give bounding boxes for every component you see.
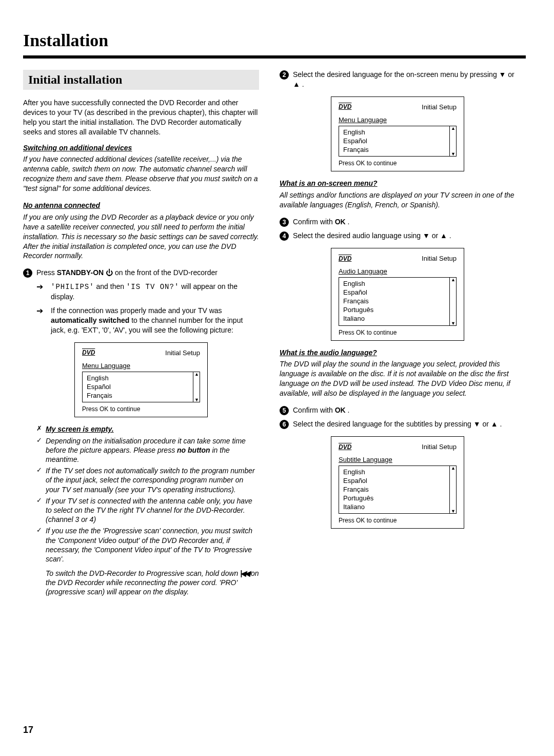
- tv-screen-subtitle-language: DVD Initial Setup Subtitle Language ▲▼ E…: [331, 436, 464, 529]
- tv-language-list: ▲▼ English Español Français Português It…: [339, 466, 457, 514]
- switching-devices-body: If you have connected additional devices…: [23, 154, 259, 193]
- tv-audio-heading: Audio Language: [339, 267, 457, 275]
- list-item: Español: [343, 288, 452, 297]
- section-heading: Initial installation: [23, 70, 259, 90]
- no-antenna-body: If you are only using the DVD Recorder a…: [23, 212, 259, 261]
- trouble-item: If the TV set does not automatically swi…: [46, 466, 259, 494]
- list-item: Español: [343, 477, 452, 486]
- tv-setup-title: Initial Setup: [422, 443, 457, 451]
- trouble-item: Depending on the initialisation procedur…: [46, 436, 259, 464]
- tv-screen-menu-language: DVD Initial Setup Menu Language ▲▼ Engli…: [74, 342, 208, 418]
- step-number-icon: 5: [280, 406, 289, 415]
- step-2-text: Select the desired language for the on-s…: [293, 70, 516, 89]
- step-4: 4 Select the desired audio language usin…: [280, 231, 516, 241]
- tv-screen-menu-language-2: DVD Initial Setup Menu Language ▲▼ Engli…: [331, 96, 464, 172]
- text: on the front of the DVD-recorder: [113, 268, 217, 277]
- tv-ok-prompt: Press OK to continue: [339, 160, 457, 167]
- no-antenna-title: No antenna connected: [23, 201, 259, 210]
- list-item: Français: [343, 146, 452, 154]
- what-is-audio-body: The DVD will play the sound in the langu…: [280, 359, 516, 398]
- step-number-icon: 2: [280, 70, 289, 80]
- list-item: Español: [343, 137, 452, 146]
- scroll-icon: ▲▼: [449, 277, 457, 325]
- check-icon: ✓: [36, 466, 46, 494]
- trouble-item: If you use the the 'Progressive scan' co…: [46, 526, 259, 564]
- what-is-audio-title: What is the audio language?: [280, 348, 516, 358]
- step-2: 2 Select the desired language for the on…: [280, 70, 516, 89]
- list-item: English: [343, 128, 452, 137]
- arrow-icon: ➔: [36, 282, 46, 302]
- tv-setup-title: Initial Setup: [422, 103, 457, 111]
- left-column: Initial installation After you have succ…: [23, 70, 259, 599]
- text: If the connection was properly made and …: [51, 306, 222, 315]
- tv-setup-title: Initial Setup: [422, 255, 457, 262]
- step-1-sub-b: ➔ If the connection was properly made an…: [36, 306, 259, 335]
- display-text: 'PHILIPS' and then 'IS TV ON?' will appe…: [51, 282, 259, 302]
- tv-language-list: ▲▼ English Español Français Português It…: [339, 277, 457, 325]
- bold: automatically switched: [51, 316, 129, 324]
- list-item: Italiano: [343, 503, 452, 512]
- rewind-icon: |◀◀: [240, 569, 249, 577]
- step-number-icon: 6: [280, 420, 289, 429]
- dvd-logo-icon: DVD: [339, 443, 351, 451]
- step-1: 1 Press STANDBY-ON ⏻ on the front of the…: [23, 268, 259, 278]
- step-3: 3 Confirm with OK .: [280, 217, 516, 227]
- tv-menu-heading: Menu Language: [339, 116, 457, 124]
- content-columns: Initial installation After you have succ…: [23, 70, 526, 599]
- text: Press: [36, 268, 57, 277]
- list-item: English: [87, 374, 195, 383]
- switching-devices-title: Switching on additional devices: [23, 143, 259, 153]
- trouble-title: My screen is empty.: [46, 424, 259, 434]
- blank: [36, 569, 46, 597]
- troubleshoot-block: ✗ My screen is empty. ✓ Depending on the…: [36, 424, 259, 596]
- step-5: 5 Confirm with OK .: [280, 405, 516, 415]
- step-number-icon: 4: [280, 231, 289, 241]
- tv-menu-heading: Menu Language: [82, 362, 200, 370]
- tv-ok-prompt: Press OK to continue: [339, 517, 457, 524]
- check-icon: ✓: [36, 526, 46, 564]
- check-icon: ✓: [36, 436, 46, 464]
- tv-subtitle-heading: Subtitle Language: [339, 456, 457, 463]
- step-1-text: Press STANDBY-ON ⏻ on the front of the D…: [36, 268, 259, 278]
- arrow-icon: ➔: [36, 306, 46, 335]
- cross-icon: ✗: [36, 424, 46, 434]
- seg-text: 'PHILIPS': [51, 283, 94, 291]
- trouble-item: If your TV set is connected with the ant…: [46, 496, 259, 525]
- standby-on-label: STANDBY-ON: [57, 268, 104, 277]
- step-4-text: Select the desired audio language using …: [293, 231, 516, 241]
- trouble-foot: To switch the DVD-Recorder to Progressiv…: [46, 569, 259, 597]
- seg-text: 'IS TV ON?': [126, 283, 179, 291]
- step-1-sub-a: ➔ 'PHILIPS' and then 'IS TV ON?' will ap…: [36, 282, 259, 302]
- right-column: 2 Select the desired language for the on…: [280, 70, 516, 599]
- tv-screen-audio-language: DVD Initial Setup Audio Language ▲▼ Engl…: [331, 248, 464, 340]
- scroll-icon: ▲▼: [193, 372, 200, 403]
- page-title: Installation: [23, 31, 526, 50]
- step-number-icon: 1: [23, 268, 32, 278]
- scroll-icon: ▲▼: [449, 126, 457, 157]
- list-item: English: [343, 468, 452, 477]
- tv-language-list: ▲▼ English Español Français: [82, 372, 200, 403]
- list-item: Español: [87, 383, 195, 392]
- step-3-text: Confirm with OK .: [293, 217, 516, 227]
- title-rule: [23, 55, 526, 59]
- dvd-logo-icon: DVD: [82, 349, 95, 356]
- step-6: 6 Select the desired language for the su…: [280, 419, 516, 429]
- tv-ok-prompt: Press OK to continue: [82, 405, 200, 413]
- step-5-text: Confirm with OK .: [293, 405, 516, 415]
- list-item: Italiano: [343, 315, 452, 323]
- step-number-icon: 3: [280, 218, 289, 227]
- tv-ok-prompt: Press OK to continue: [339, 329, 457, 336]
- check-icon: ✓: [36, 496, 46, 525]
- intro-text: After you have successfully connected th…: [23, 98, 259, 137]
- list-item: Français: [343, 297, 452, 306]
- scroll-icon: ▲▼: [449, 466, 457, 514]
- step-6-text: Select the desired language for the subt…: [293, 419, 516, 429]
- page-number: 17: [23, 725, 33, 735]
- text: and then: [94, 282, 126, 290]
- what-is-osm-title: What is an on-screen menu?: [280, 179, 516, 188]
- tv-language-list: ▲▼ English Español Français: [339, 126, 457, 157]
- list-item: Português: [343, 306, 452, 315]
- list-item: Français: [87, 392, 195, 400]
- list-item: English: [343, 280, 452, 288]
- connection-text: If the connection was properly made and …: [51, 306, 259, 335]
